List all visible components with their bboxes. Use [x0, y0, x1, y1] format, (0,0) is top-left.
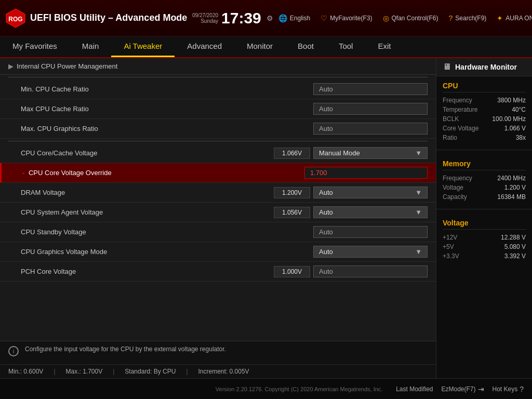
hot-keys-btn[interactable]: Hot Keys ? [493, 385, 524, 393]
globe-icon: 🌐 [278, 14, 287, 22]
cpu-core-cache-voltage-dropdown[interactable]: Manual Mode ▼ [313, 147, 428, 159]
menu-monitor[interactable]: Monitor [234, 36, 285, 57]
cpu-system-agent-badge: 1.056V [274, 207, 310, 218]
cpu-standby-input[interactable]: Auto [313, 226, 428, 238]
setting-label-max-cpu-graphics: Max. CPU Graphics Ratio [21, 125, 313, 132]
last-modified-btn[interactable]: Last Modified [396, 385, 433, 393]
cpu-graphics-voltage-mode-dropdown[interactable]: Auto ▼ [313, 246, 428, 258]
pch-core-voltage-input[interactable]: Auto [313, 265, 428, 277]
setting-label-dram-voltage: DRAM Voltage [21, 189, 274, 196]
footer-actions: Last Modified EzMode(F7) ⇥ Hot Keys ? [396, 385, 524, 393]
cpu-section-title: CPU [443, 82, 526, 92]
setting-value-max-cpu-graphics: Auto [313, 123, 428, 135]
sidebar-title: 🖥 Hardware Monitor [436, 58, 532, 76]
setting-row-min-cpu-cache: Min. CPU Cache Ratio Auto [0, 79, 436, 99]
dram-voltage-dropdown[interactable]: Auto ▼ [313, 187, 428, 198]
setting-row-cpu-graphics-voltage-mode: CPU Graphics Voltage Mode Auto ▼ [0, 242, 436, 262]
cpu-core-voltage-value: 1.066 V [504, 125, 526, 132]
memory-voltage-row: Voltage 1.200 V [443, 184, 526, 191]
cpu-core-cache-voltage-badge: 1.066V [274, 148, 310, 159]
setting-value-cpu-system-agent: 1.056V Auto ▼ [274, 206, 428, 218]
menu-exit[interactable]: Exit [365, 36, 403, 57]
hardware-monitor-sidebar: 🖥 Hardware Monitor CPU Frequency 3800 MH… [436, 58, 532, 378]
cpu-temperature-row: Temperature 40°C [443, 106, 526, 113]
language-selector[interactable]: 🌐 English [278, 14, 310, 22]
cpu-section: CPU Frequency 3800 MHz Temperature 40°C … [436, 76, 532, 145]
date-display: 09/27/2020 Sunday [192, 12, 218, 24]
memory-frequency-value: 2400 MHz [497, 175, 526, 182]
hot-keys-question-icon: ? [520, 385, 524, 393]
voltage-12v-label: +12V [443, 234, 457, 241]
sidebar-divider-2 [436, 209, 532, 209]
main-layout: ▶ Internal CPU Power Management Min. CPU… [0, 58, 532, 378]
breadcrumb-text: Internal CPU Power Management [17, 62, 117, 70]
setting-row-cpu-system-agent: CPU System Agent Voltage 1.056V Auto ▼ [0, 203, 436, 222]
voltage-33v-label: +3.3V [443, 252, 459, 260]
cpu-system-agent-dropdown[interactable]: Auto ▼ [313, 206, 428, 218]
memory-capacity-row: Capacity 16384 MB [443, 193, 526, 201]
setting-label-max-cpu-cache: Max CPU Cache Ratio [21, 105, 313, 113]
setting-label-cpu-core-voltage-override: - CPU Core Voltage Override [22, 169, 304, 177]
max-cpu-cache-input[interactable]: Auto [313, 103, 428, 115]
ez-mode-btn[interactable]: EzMode(F7) ⇥ [442, 385, 484, 393]
cpu-core-cache-voltage-dropdown-text: Manual Mode [319, 149, 360, 157]
voltage-5v-row: +5V 5.080 V [443, 243, 526, 250]
menu-my-favorites[interactable]: My Favorites [0, 36, 70, 57]
cpu-graphics-voltage-mode-text: Auto [319, 248, 333, 256]
ez-mode-arrow-icon: ⇥ [478, 385, 484, 393]
cpu-frequency-value: 3800 MHz [497, 97, 526, 104]
setting-value-max-cpu-cache: Auto [313, 103, 428, 115]
range-sep1: | [54, 368, 55, 375]
monitor-icon: 🖥 [443, 62, 451, 72]
setting-label-cpu-graphics-voltage-mode: CPU Graphics Voltage Mode [21, 248, 313, 256]
range-min: Min.: 0.600V [8, 368, 43, 375]
setting-row-cpu-standby: CPU Standby Voltage Auto [0, 222, 436, 242]
voltage-section-title: Voltage [443, 219, 526, 230]
range-sep2: | [113, 368, 114, 375]
heart-icon: ♡ [321, 14, 327, 22]
dropdown-arrow-icon: ▼ [415, 149, 422, 157]
logo-area: ROG UEFI BIOS Utility – Advanced Mode [5, 8, 182, 29]
memory-capacity-value: 16384 MB [497, 193, 526, 201]
cpu-frequency-row: Frequency 3800 MHz [443, 97, 526, 104]
min-cpu-cache-input[interactable]: Auto [313, 83, 428, 95]
memory-frequency-row: Frequency 2400 MHz [443, 175, 526, 182]
menu-boot[interactable]: Boot [285, 36, 326, 57]
svg-text:ROG: ROG [8, 16, 22, 23]
memory-section: Memory Frequency 2400 MHz Voltage 1.200 … [436, 154, 532, 205]
time-display: 17:39 [221, 9, 261, 27]
setting-label-cpu-standby: CPU Standby Voltage [21, 228, 313, 236]
fan-icon: ◎ [383, 14, 389, 22]
voltage-33v-row: +3.3V 3.392 V [443, 252, 526, 260]
menu-main[interactable]: Main [70, 36, 112, 57]
menu-ai-tweaker[interactable]: Ai Tweaker [111, 36, 175, 57]
cpu-core-voltage-override-input[interactable]: 1.700 [304, 167, 428, 179]
dash-icon: - [22, 169, 24, 177]
my-favorite-btn[interactable]: ♡ MyFavorite(F3) [321, 14, 372, 22]
setting-value-cpu-graphics-voltage-mode: Auto ▼ [313, 246, 428, 258]
cpu-frequency-label: Frequency [443, 97, 472, 104]
search-btn[interactable]: ? Search(F9) [449, 14, 487, 22]
hot-keys-label: Hot Keys [493, 385, 518, 393]
menu-advanced[interactable]: Advanced [175, 36, 234, 57]
setting-value-dram-voltage: 1.200V Auto ▼ [274, 187, 428, 198]
dropdown-arrow-system-agent-icon: ▼ [415, 208, 422, 216]
dram-voltage-badge: 1.200V [274, 187, 310, 198]
cpu-bclk-row: BCLK 100.00 MHz [443, 115, 526, 123]
memory-section-title: Memory [443, 159, 526, 170]
footer-version: Version 2.20.1276. Copyright (C) 2020 Am… [202, 386, 396, 392]
setting-label-cpu-system-agent: CPU System Agent Voltage [21, 208, 274, 216]
breadcrumb: ▶ Internal CPU Power Management [0, 58, 436, 75]
setting-value-pch-core-voltage: 1.000V Auto [274, 265, 428, 277]
qfan-control-btn[interactable]: ◎ Qfan Control(F6) [383, 14, 438, 22]
aura-btn[interactable]: ✦ AURA ON/OFF(F4) [497, 14, 532, 22]
settings-icon[interactable]: ⚙ [267, 14, 273, 22]
menu-tool[interactable]: Tool [326, 36, 366, 57]
memory-frequency-label: Frequency [443, 175, 472, 182]
breadcrumb-arrow: ▶ [8, 62, 14, 70]
cpu-system-agent-dropdown-text: Auto [319, 208, 333, 216]
setting-row-max-cpu-cache: Max CPU Cache Ratio Auto [0, 99, 436, 119]
sidebar-divider-1 [436, 150, 532, 150]
sidebar-title-text: Hardware Monitor [455, 63, 517, 71]
max-cpu-graphics-input[interactable]: Auto [313, 123, 428, 135]
